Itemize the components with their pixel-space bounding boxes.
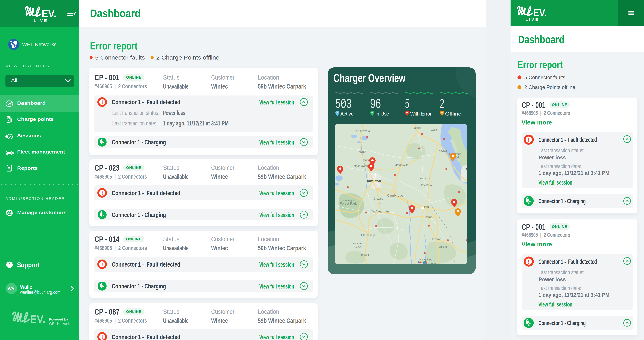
svg-text:Pirongia: Pirongia <box>342 198 354 202</box>
svg-text:Te Kauwhata: Te Kauwhata <box>354 130 370 133</box>
svg-text:Otorohanga: Otorohanga <box>361 234 376 237</box>
svg-text:Hamilton: Hamilton <box>365 179 381 183</box>
svg-text:Waihi: Waihi <box>431 128 438 131</box>
svg-text:Huntly: Huntly <box>359 150 366 153</box>
svg-text:Morrinsville: Morrinsville <box>394 164 408 167</box>
svg-text:Google: Google <box>416 260 428 264</box>
svg-text:Kinleith: Kinleith <box>438 245 447 248</box>
svg-text:Paeroa: Paeroa <box>412 126 422 129</box>
svg-text:Te Kuiti: Te Kuiti <box>360 254 370 257</box>
svg-text:Taur: Taur <box>464 167 467 171</box>
svg-text:Putāruru: Putāruru <box>423 216 433 219</box>
svg-text:Tokoroa: Tokoroa <box>432 238 441 241</box>
svg-text:Forest Park: Forest Park <box>340 202 357 205</box>
svg-text:Taupiri: Taupiri <box>362 159 370 162</box>
svg-text:Cambridge: Cambridge <box>387 194 403 197</box>
svg-text:Caves: Caves <box>354 245 362 248</box>
svg-text:Ōhaupō: Ōhaupō <box>374 197 383 200</box>
svg-text:Ngāruawāhia: Ngāruawāhia <box>354 165 370 168</box>
svg-text:Waharoa: Waharoa <box>420 177 431 180</box>
svg-text:Matamata: Matamata <box>420 184 432 187</box>
svg-text:?: ? <box>8 263 11 267</box>
svg-text:Waitomo: Waitomo <box>352 242 363 245</box>
svg-text:Te Awamutu: Te Awamutu <box>371 210 389 213</box>
svg-text:Katikati: Katikati <box>438 149 448 152</box>
